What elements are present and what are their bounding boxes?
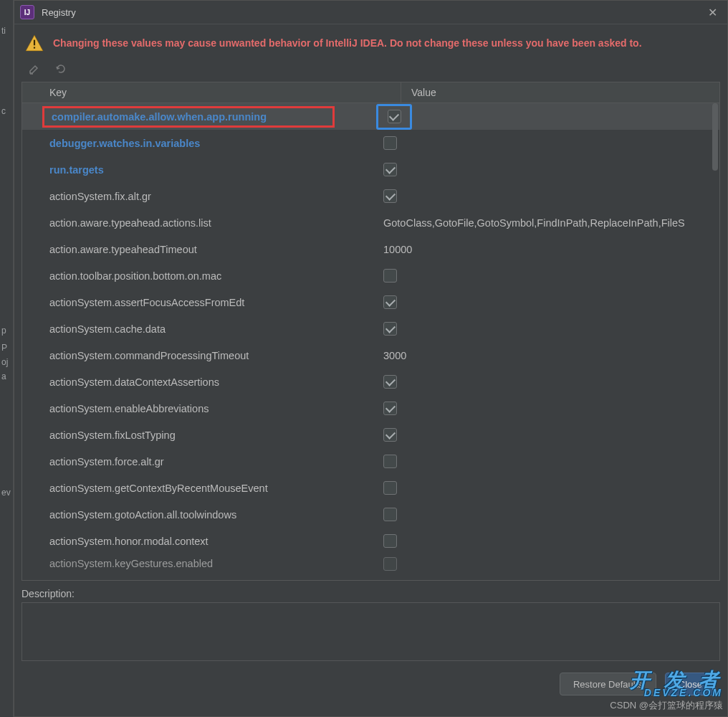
cell-value[interactable] [373,501,719,528]
table-row[interactable]: actionSystem.fix.alt.gr [22,183,719,209]
cell-key[interactable]: debugger.watches.in.variables [22,130,373,156]
cell-value[interactable] [373,156,719,183]
checkbox[interactable] [383,534,397,548]
cell-value[interactable] [373,369,719,395]
cell-value[interactable] [373,554,719,573]
column-header-value[interactable]: Value [401,82,719,103]
table-row[interactable]: actionSystem.cache.data [22,315,719,342]
registry-value: 3000 [383,350,406,361]
cell-key[interactable]: actionSystem.fix.alt.gr [22,183,373,209]
cell-value[interactable] [373,183,719,209]
description-label: Description: [21,588,720,599]
checkbox[interactable] [383,481,397,495]
table-row[interactable]: run.targets [22,156,719,183]
table-row[interactable]: actionSystem.force.alt.gr [22,448,719,475]
registry-dialog: IJ Registry ✕ Changing these values may … [14,0,728,717]
cell-key[interactable]: actionSystem.cache.data [22,315,373,342]
cell-key[interactable]: actionSystem.enableAbbreviations [22,395,373,422]
cell-value[interactable]: 3000 [373,342,719,369]
registry-key: actionSystem.force.alt.gr [49,456,164,467]
cell-key[interactable]: action.aware.typeaheadTimeout [22,236,373,262]
table-row[interactable]: compiler.automake.allow.when.app.running [22,103,719,130]
edit-icon[interactable] [27,62,42,76]
revert-icon[interactable] [53,62,67,76]
cell-key[interactable]: actionSystem.gotoAction.all.toolwindows [22,501,373,528]
cell-key[interactable]: actionSystem.honor.modal.context [22,528,373,554]
table-row[interactable]: action.aware.typeahead.actions.listGotoC… [22,209,719,236]
titlebar: IJ Registry ✕ [14,1,727,24]
cell-key[interactable]: actionSystem.fixLostTyping [22,422,373,448]
table-row[interactable]: actionSystem.getContextByRecentMouseEven… [22,475,719,501]
close-icon[interactable]: ✕ [704,4,722,21]
table-row[interactable]: actionSystem.keyGestures.enabled [22,554,719,573]
checkbox[interactable] [383,557,397,571]
close-button[interactable]: Close [665,673,716,695]
checkbox[interactable] [383,322,397,336]
registry-key: actionSystem.commandProcessingTimeout [49,350,249,361]
cell-value[interactable] [373,315,719,342]
cell-key[interactable]: compiler.automake.allow.when.app.running [22,103,373,130]
fragment: oj [1,357,8,367]
registry-key: actionSystem.cache.data [49,323,166,335]
registry-key: run.targets [49,164,104,176]
cell-key[interactable]: run.targets [22,156,373,183]
warning-bar: Changing these values may cause unwanted… [14,24,727,59]
checkbox[interactable] [383,428,397,442]
column-header-key[interactable]: Key [22,82,401,103]
cell-key[interactable]: actionSystem.commandProcessingTimeout [22,342,373,369]
table-row[interactable]: actionSystem.fixLostTyping [22,422,719,448]
cell-value[interactable] [373,475,719,501]
cell-value[interactable]: 10000 [373,236,719,262]
table-body: compiler.automake.allow.when.app.running… [22,103,719,580]
table-row[interactable]: actionSystem.assertFocusAccessFromEdt [22,289,719,315]
cell-value[interactable] [373,103,719,130]
checkbox[interactable] [383,508,397,521]
scrollbar-thumb[interactable] [712,103,718,171]
table-row[interactable]: debugger.watches.in.variables [22,130,719,156]
cell-key[interactable]: actionSystem.getContextByRecentMouseEven… [22,475,373,501]
cell-value[interactable] [373,422,719,448]
fragment: ev [1,488,11,498]
cell-key[interactable]: actionSystem.dataContextAssertions [22,369,373,395]
registry-key: actionSystem.gotoAction.all.toolwindows [49,509,236,521]
registry-key: action.aware.typeahead.actions.list [49,217,211,229]
cell-key[interactable]: actionSystem.keyGestures.enabled [22,554,373,573]
cell-key[interactable]: action.toolbar.position.bottom.on.mac [22,262,373,289]
checkbox[interactable] [383,163,397,176]
cell-value[interactable] [373,528,719,554]
cell-key[interactable]: actionSystem.assertFocusAccessFromEdt [22,289,373,315]
cell-key[interactable]: action.aware.typeahead.actions.list [22,209,373,236]
table-row[interactable]: action.aware.typeaheadTimeout10000 [22,236,719,262]
checkbox[interactable] [383,295,397,309]
cell-value[interactable] [373,262,719,289]
cell-value[interactable] [373,289,719,315]
registry-key: action.toolbar.position.bottom.on.mac [49,270,221,282]
window-title: Registry [42,7,704,18]
checkbox[interactable] [388,110,401,123]
cell-value[interactable] [373,130,719,156]
registry-key: actionSystem.enableAbbreviations [49,403,209,414]
checkbox[interactable] [383,375,397,389]
checkbox[interactable] [383,455,397,468]
footer: Restore Defaults Close [14,661,727,703]
table-row[interactable]: actionSystem.enableAbbreviations [22,395,719,422]
table-row[interactable]: actionSystem.commandProcessingTimeout300… [22,342,719,369]
cell-value[interactable] [373,395,719,422]
registry-key: actionSystem.keyGestures.enabled [49,558,213,569]
table-row[interactable]: actionSystem.dataContextAssertions [22,369,719,395]
cell-value[interactable]: GotoClass,GotoFile,GotoSymbol,FindInPath… [373,209,719,236]
table-row[interactable]: action.toolbar.position.bottom.on.mac [22,262,719,289]
registry-key: actionSystem.honor.modal.context [49,536,209,547]
checkbox[interactable] [383,136,397,150]
table-row[interactable]: actionSystem.honor.modal.context [22,528,719,554]
registry-key: actionSystem.fix.alt.gr [49,191,151,202]
checkbox[interactable] [383,402,397,415]
cell-key[interactable]: actionSystem.force.alt.gr [22,448,373,475]
svg-rect-0 [34,40,35,46]
restore-defaults-button[interactable]: Restore Defaults [560,673,656,695]
table-row[interactable]: actionSystem.gotoAction.all.toolwindows [22,501,719,528]
fragment: P [1,343,7,353]
checkbox[interactable] [383,269,397,282]
checkbox[interactable] [383,189,397,203]
cell-value[interactable] [373,448,719,475]
